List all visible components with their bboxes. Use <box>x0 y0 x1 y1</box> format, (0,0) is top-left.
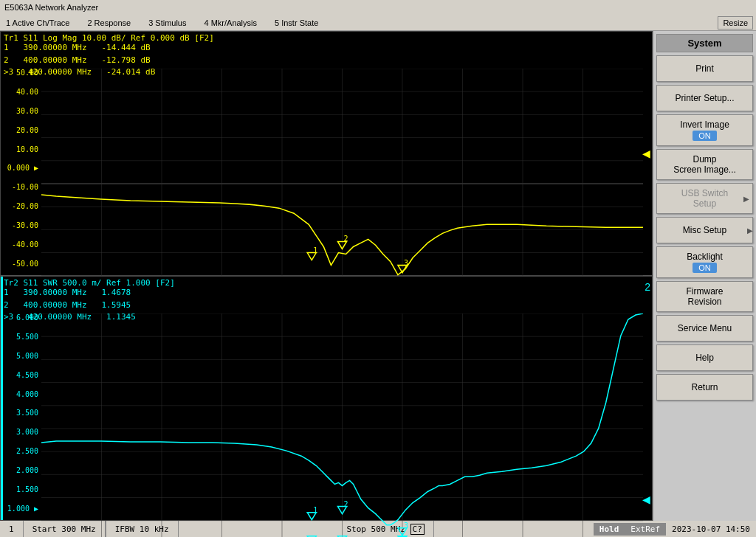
menu-instr-state[interactable]: 5 Instr State <box>272 17 321 29</box>
chart-top-panel: Tr1 S11 Log Mag 10.00 dB/ Ref 0.000 dB [… <box>0 31 653 276</box>
return-button[interactable]: Return <box>656 374 753 401</box>
right-arrow-bottom-top: 2 <box>645 281 650 293</box>
marker-bot-2: 2 400.00000 MHz 1.5945 <box>4 299 136 312</box>
firmware-revision-button[interactable]: FirmwareRevision <box>656 281 753 312</box>
resize-button[interactable]: Resize <box>718 16 753 30</box>
svg-text:2: 2 <box>344 500 348 508</box>
title-text: E5063A Network Analyzer <box>4 3 98 12</box>
svg-text:3: 3 <box>404 522 408 530</box>
menu-active-ch[interactable]: 1 Active Ch/Trace <box>3 17 72 29</box>
svg-text:1: 1 <box>313 506 317 514</box>
backlight-button[interactable]: Backlight ON <box>656 246 753 278</box>
marker-top-2: 2 400.00000 MHz -12.798 dB <box>4 55 155 67</box>
svg-text:3: 3 <box>404 259 408 267</box>
svg-text:1: 1 <box>313 246 317 254</box>
menu-response[interactable]: 2 Response <box>84 17 134 29</box>
chart-area: Tr1 S11 Log Mag 10.00 dB/ Ref 0.000 dB [… <box>0 31 653 521</box>
y-axis-bottom: 6.000 5.500 5.000 4.500 4.000 3.500 3.00… <box>1 313 41 513</box>
dump-screen-button[interactable]: DumpScreen Image... <box>656 149 753 180</box>
backlight-sub: ON <box>693 263 717 273</box>
print-button[interactable]: Print <box>656 55 753 82</box>
usb-switch-button[interactable]: USB SwitchSetup ▶ <box>656 183 753 214</box>
svg-text:2: 2 <box>344 235 348 243</box>
service-menu-button[interactable]: Service Menu <box>656 315 753 342</box>
right-panel: System Print Printer Setup... Invert Ima… <box>653 31 756 521</box>
menu-bar: 1 Active Ch/Trace 2 Response 3 Stimulus … <box>0 15 756 31</box>
status-channel: 1 <box>0 521 24 537</box>
y-axis-top: 50.00 40.00 30.00 20.00 10.00 0.000 ▶ -1… <box>1 69 41 268</box>
right-arrow-bottom-bot: ◀ <box>642 493 650 505</box>
chart-bottom-svg: 1 2 3 <box>41 313 643 537</box>
help-button[interactable]: Help <box>656 344 753 371</box>
menu-stimulus[interactable]: 3 Stimulus <box>145 17 189 29</box>
chart-top-svg: 1 2 3 <box>41 69 643 299</box>
marker-bot-1: 1 390.00000 MHz 1.4678 <box>4 287 136 299</box>
invert-image-sub: ON <box>693 131 717 141</box>
usb-switch-arrow: ▶ <box>743 195 749 203</box>
status-datetime: 2023-10-07 14:50 <box>666 524 756 534</box>
panel-title: System <box>656 34 753 52</box>
printer-setup-button[interactable]: Printer Setup... <box>656 85 753 111</box>
right-arrow-top: ◀ <box>642 148 650 159</box>
misc-setup-arrow: ▶ <box>747 226 753 235</box>
chart-bottom-panel: Tr2 S11 SWR 500.0 m/ Ref 1.000 [F2] 1 39… <box>0 276 653 521</box>
marker-top-1: 1 390.00000 MHz -14.444 dB <box>4 42 155 55</box>
menu-mkr-analysis[interactable]: 4 Mkr/Analysis <box>201 17 260 29</box>
title-bar: E5063A Network Analyzer <box>0 0 756 15</box>
misc-setup-button[interactable]: Misc Setup ▶ <box>656 217 753 243</box>
main-area: Tr1 S11 Log Mag 10.00 dB/ Ref 0.000 dB [… <box>0 31 756 521</box>
invert-image-button[interactable]: Invert Image ON <box>656 114 753 146</box>
